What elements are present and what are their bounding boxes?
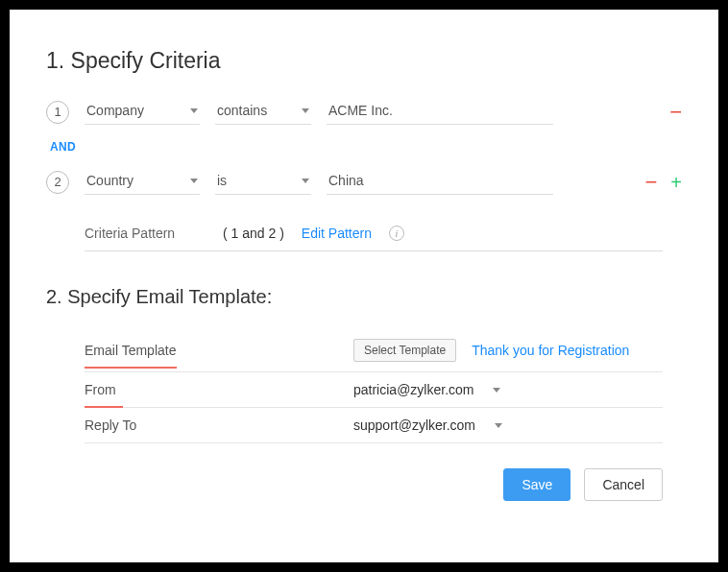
caret-down-icon	[190, 179, 198, 183]
criteria-pattern-value: ( 1 and 2 )	[223, 226, 284, 241]
criteria-1-operator-value: contains	[217, 103, 267, 118]
criteria-1-value-text: ACME Inc.	[328, 103, 393, 118]
criteria-1-value-input[interactable]: ACME Inc.	[327, 99, 553, 125]
email-template-block: Email Template Select Template Thank you…	[85, 329, 663, 443]
criteria-2-value-text: China	[328, 173, 364, 188]
criteria-1-field-dropdown[interactable]: Company	[85, 99, 200, 125]
criteria-number-1: 1	[46, 101, 69, 124]
criteria-row-2: 2 Country is China − +	[46, 169, 682, 195]
from-value: patricia@zylker.com	[353, 382, 473, 397]
and-connector: AND	[50, 140, 682, 154]
form-container: 1. Specify Criteria 1 Company contains A…	[10, 10, 718, 562]
save-button[interactable]: Save	[503, 468, 570, 501]
criteria-number-2: 2	[46, 171, 69, 194]
replyto-value: support@zylker.com	[353, 417, 475, 433]
from-label: From	[85, 382, 353, 397]
criteria-row-1: 1 Company contains ACME Inc. −	[46, 99, 682, 125]
criteria-2-value-input[interactable]: China	[327, 169, 553, 195]
edit-pattern-link[interactable]: Edit Pattern	[302, 226, 372, 241]
form-actions: Save Cancel	[85, 468, 663, 501]
caret-down-icon	[493, 388, 500, 393]
criteria-2-field-value: Country	[86, 173, 133, 188]
replyto-dropdown[interactable]: support@zylker.com	[353, 417, 502, 433]
remove-criteria-icon[interactable]: −	[669, 102, 682, 123]
email-template-row: Email Template Select Template Thank you…	[85, 329, 663, 372]
criteria-2-actions: − +	[644, 172, 682, 193]
criteria-1-operator-dropdown[interactable]: contains	[215, 99, 311, 125]
section-1-title: 1. Specify Criteria	[46, 48, 682, 74]
email-template-label: Email Template	[85, 343, 353, 358]
replyto-label: Reply To	[85, 417, 353, 433]
info-icon[interactable]: i	[389, 226, 404, 241]
caret-down-icon	[302, 108, 309, 113]
selected-template-name[interactable]: Thank you for Registration	[472, 343, 629, 358]
criteria-pattern-label: Criteria Pattern	[85, 226, 206, 241]
add-criteria-icon[interactable]: +	[670, 173, 682, 192]
caret-down-icon	[495, 423, 502, 428]
caret-down-icon	[302, 179, 309, 183]
from-row: From patricia@zylker.com	[85, 372, 663, 408]
criteria-1-actions: −	[669, 102, 682, 123]
criteria-1-field-value: Company	[86, 103, 144, 118]
from-dropdown[interactable]: patricia@zylker.com	[353, 382, 500, 397]
section-2-title: 2. Specify Email Template:	[46, 286, 682, 308]
replyto-row: Reply To support@zylker.com	[85, 408, 663, 443]
cancel-button[interactable]: Cancel	[584, 468, 663, 501]
criteria-pattern-row: Criteria Pattern ( 1 and 2 ) Edit Patter…	[85, 226, 663, 251]
criteria-2-field-dropdown[interactable]: Country	[85, 169, 200, 195]
select-template-button[interactable]: Select Template	[353, 339, 456, 362]
criteria-2-operator-value: is	[217, 173, 227, 188]
remove-criteria-icon[interactable]: −	[644, 172, 657, 193]
caret-down-icon	[190, 108, 198, 113]
criteria-2-operator-dropdown[interactable]: is	[215, 169, 311, 195]
